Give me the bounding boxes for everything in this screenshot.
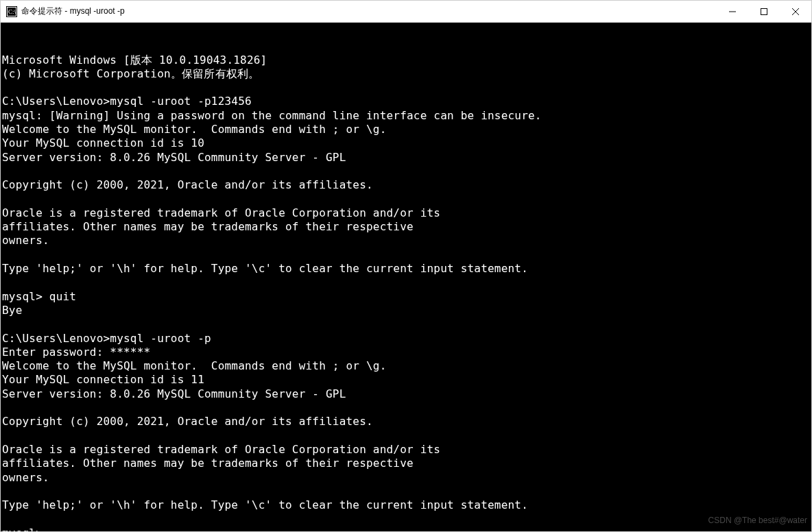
terminal-line: Copyright (c) 2000, 2021, Oracle and/or … [2, 178, 810, 192]
terminal-line: affiliates. Other names may be trademark… [2, 457, 810, 470]
watermark-text: CSDN @The best#@water [708, 513, 807, 527]
terminal-line [2, 401, 810, 415]
terminal-line: Your MySQL connection id is 10 [2, 136, 810, 150]
terminal-line: mysql: [Warning] Using a password on the… [2, 109, 810, 123]
minimize-button[interactable] [717, 1, 748, 23]
titlebar[interactable]: C:\ 命令提示符 - mysql -uroot -p [1, 1, 811, 23]
terminal-line [2, 248, 810, 262]
terminal-line: Type 'help;' or '\h' for help. Type '\c'… [2, 262, 810, 276]
window: C:\ 命令提示符 - mysql -uroot -p Microsoft Wi… [0, 0, 812, 532]
maximize-button[interactable] [748, 1, 780, 23]
terminal-line: C:\Users\Lenovo>mysql -uroot -p [2, 332, 810, 346]
terminal-line: Enter password: ****** [2, 346, 810, 359]
terminal-line [2, 429, 810, 443]
terminal-line: Oracle is a registered trademark of Orac… [2, 206, 810, 220]
terminal-line: C:\Users\Lenovo>mysql -uroot -p123456 [2, 95, 810, 108]
terminal-line [2, 276, 810, 289]
terminal-line: Microsoft Windows [版本 10.0.19043.1826] [2, 53, 810, 67]
terminal-line: affiliates. Other names may be trademark… [2, 220, 810, 234]
terminal-line: Welcome to the MySQL monitor. Commands e… [2, 359, 810, 373]
terminal-line [2, 165, 810, 178]
terminal-line: Server version: 8.0.26 MySQL Community S… [2, 387, 810, 401]
terminal-output[interactable]: Microsoft Windows [版本 10.0.19043.1826](c… [1, 23, 811, 531]
terminal-line: Your MySQL connection id is 11 [2, 373, 810, 387]
terminal-line [2, 81, 810, 95]
terminal-line [2, 512, 810, 526]
terminal-line [2, 317, 810, 331]
terminal-line: Server version: 8.0.26 MySQL Community S… [2, 151, 810, 165]
terminal-line: Welcome to the MySQL monitor. Commands e… [2, 123, 810, 136]
terminal-line: (c) Microsoft Corporation。保留所有权利。 [2, 67, 810, 81]
terminal-line: Type 'help;' or '\h' for help. Type '\c'… [2, 498, 810, 512]
window-controls [717, 1, 811, 23]
window-title: 命令提示符 - mysql -uroot -p [21, 5, 125, 17]
terminal-line: owners. [2, 471, 810, 485]
svg-rect-5 [761, 9, 767, 15]
terminal-line: Bye [2, 304, 810, 317]
terminal-line: Oracle is a registered trademark of Orac… [2, 443, 810, 457]
terminal-line: Copyright (c) 2000, 2021, Oracle and/or … [2, 415, 810, 428]
close-button[interactable] [780, 1, 811, 23]
terminal-line: mysql> [2, 527, 810, 531]
terminal-line: mysql> quit [2, 290, 810, 304]
terminal-line [2, 193, 810, 206]
terminal-line [2, 485, 810, 498]
svg-text:C:\: C:\ [8, 8, 16, 15]
cmd-icon: C:\ [6, 6, 17, 17]
terminal-line: owners. [2, 234, 810, 247]
